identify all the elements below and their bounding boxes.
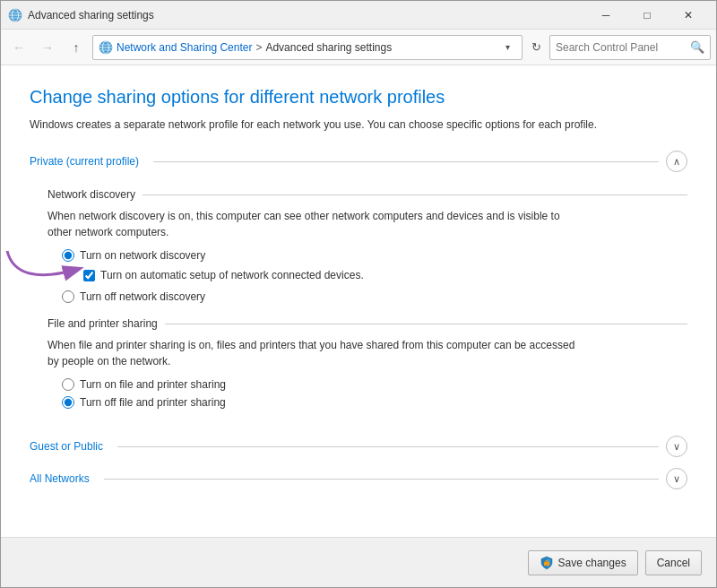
section-all-networks: All Networks ∨ xyxy=(30,468,687,489)
breadcrumb-bar: Network and Sharing Center > Advanced sh… xyxy=(92,35,523,60)
section-private-header[interactable]: Private (current profile) ∧ xyxy=(30,151,687,172)
nd-auto-label: Turn on automatic setup of network conne… xyxy=(100,269,364,281)
section-gp-label: Guest or Public xyxy=(30,440,110,453)
subsection-fp-line xyxy=(165,324,687,324)
search-icon: 🔍 xyxy=(690,40,704,54)
section-an-divider xyxy=(104,479,659,480)
page-description: Windows creates a separate network profi… xyxy=(30,117,639,133)
section-an-toggle[interactable]: ∨ xyxy=(666,468,687,489)
section-private: Private (current profile) ∧ Network disc… xyxy=(30,151,687,425)
nd-off-radio[interactable] xyxy=(62,290,74,303)
title-bar: Advanced sharing settings ─ □ ✕ xyxy=(1,1,716,30)
section-private-divider xyxy=(153,161,659,162)
section-private-content: Network discovery When network discovery… xyxy=(30,172,687,425)
cancel-button[interactable]: Cancel xyxy=(645,550,702,575)
subsection-fp-description: When file and printer sharing is on, fil… xyxy=(48,337,585,369)
subsection-nd-header: Network discovery xyxy=(48,188,687,201)
window: Advanced sharing settings ─ □ ✕ ← → ↑ Ne… xyxy=(0,0,717,588)
refresh-button[interactable]: ↻ xyxy=(526,38,546,57)
fp-off-radio[interactable] xyxy=(62,396,74,409)
section-private-toggle[interactable]: ∧ xyxy=(666,151,687,172)
breadcrumb-controls: ▾ xyxy=(498,39,516,56)
breadcrumb-icon xyxy=(99,40,113,55)
fp-on-label: Turn on file and printer sharing xyxy=(80,378,226,391)
address-bar: ← → ↑ Network and Sharing Center > Advan… xyxy=(1,30,716,65)
section-an-label: All Networks xyxy=(30,472,97,485)
nd-off-label: Turn off network discovery xyxy=(80,290,205,303)
section-guest-public: Guest or Public ∨ xyxy=(30,436,687,457)
maximize-button[interactable]: □ xyxy=(626,1,668,30)
fp-on-option[interactable]: Turn on file and printer sharing xyxy=(62,378,687,391)
section-private-label: Private (current profile) xyxy=(30,155,146,168)
nd-on-radio[interactable] xyxy=(62,249,74,262)
subsection-nd-description: When network discovery is on, this compu… xyxy=(48,208,585,240)
shield-icon xyxy=(540,556,554,570)
nd-on-label: Turn on network discovery xyxy=(80,249,205,262)
nd-on-option[interactable]: Turn on network discovery xyxy=(62,249,687,262)
breadcrumb-parent[interactable]: Network and Sharing Center xyxy=(117,41,252,54)
subsection-nd-label: Network discovery xyxy=(48,188,143,201)
subsection-fp-label: File and printer sharing xyxy=(48,317,165,330)
window-controls: ─ □ ✕ xyxy=(585,1,709,30)
nd-off-option[interactable]: Turn off network discovery xyxy=(62,290,687,303)
fp-off-option[interactable]: Turn off file and printer sharing xyxy=(62,396,687,409)
nd-auto-checkbox[interactable] xyxy=(83,270,95,281)
window-icon xyxy=(8,8,22,22)
minimize-button[interactable]: ─ xyxy=(585,1,626,30)
save-button[interactable]: Save changes xyxy=(528,550,638,575)
subsection-file-printer: File and printer sharing When file and p… xyxy=(48,317,687,409)
page-title: Change sharing options for different net… xyxy=(30,87,687,108)
fp-options: Turn on file and printer sharing Turn of… xyxy=(48,378,687,409)
breadcrumb-current: Advanced sharing settings xyxy=(265,41,392,54)
subsection-fp-header: File and printer sharing xyxy=(48,317,687,330)
breadcrumb-separator: > xyxy=(255,41,262,54)
footer: Save changes Cancel xyxy=(1,537,716,587)
title-bar-text: Advanced sharing settings xyxy=(28,9,585,22)
back-button[interactable]: ← xyxy=(6,35,31,60)
fp-off-label: Turn off file and printer sharing xyxy=(80,396,226,409)
save-label: Save changes xyxy=(558,557,626,569)
nd-auto-option[interactable]: Turn on automatic setup of network conne… xyxy=(83,269,687,281)
search-box: 🔍 xyxy=(549,35,711,60)
nd-options: Turn on network discovery Turn on automa… xyxy=(48,249,687,303)
subsection-network-discovery: Network discovery When network discovery… xyxy=(48,188,687,303)
subsection-nd-line xyxy=(143,195,687,195)
section-an-header[interactable]: All Networks ∨ xyxy=(30,468,687,489)
forward-button[interactable]: → xyxy=(35,35,60,60)
fp-on-radio[interactable] xyxy=(62,378,74,391)
section-gp-toggle[interactable]: ∨ xyxy=(666,436,687,457)
section-gp-header[interactable]: Guest or Public ∨ xyxy=(30,436,687,457)
main-content: Change sharing options for different net… xyxy=(1,65,716,537)
up-button[interactable]: ↑ xyxy=(64,35,89,60)
search-input[interactable] xyxy=(556,41,690,54)
section-gp-divider xyxy=(117,446,659,447)
close-button[interactable]: ✕ xyxy=(668,1,709,30)
breadcrumb-dropdown-button[interactable]: ▾ xyxy=(498,39,516,56)
